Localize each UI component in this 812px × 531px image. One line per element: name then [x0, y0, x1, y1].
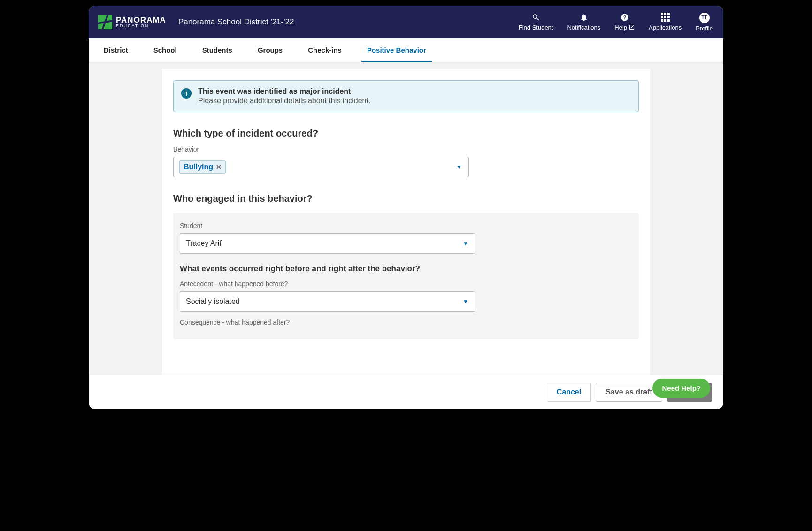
- brand-logo[interactable]: PANORAMA EDUCATION: [98, 15, 166, 29]
- tab-school[interactable]: School: [148, 38, 183, 62]
- app-window: PANORAMA EDUCATION Panorama School Distr…: [89, 6, 723, 409]
- apps-grid-icon: [660, 13, 670, 22]
- svg-text:?: ?: [623, 14, 626, 20]
- chevron-down-icon: ▼: [463, 240, 468, 247]
- tab-positive-behavior[interactable]: Positive Behavior: [361, 38, 432, 62]
- student-value: Tracey Arif: [186, 239, 222, 248]
- avatar-icon: TT: [699, 13, 710, 23]
- info-icon: i: [181, 88, 192, 99]
- incident-form-card: i This event was identified as major inc…: [162, 69, 650, 375]
- search-icon: [531, 13, 541, 22]
- find-student-button[interactable]: Find Student: [519, 13, 553, 31]
- consequence-label: Consequence - what happened after?: [180, 319, 632, 326]
- need-help-button[interactable]: Need Help?: [652, 379, 710, 398]
- tab-district[interactable]: District: [98, 38, 134, 62]
- alert-subtitle: Please provide additional details about …: [198, 97, 370, 105]
- tab-students[interactable]: Students: [197, 38, 238, 62]
- help-button[interactable]: ? Help: [614, 13, 635, 31]
- brand-name: PANORAMA: [116, 16, 166, 23]
- behavior-chip: Bullying ✕: [179, 160, 226, 174]
- who-engaged-heading: Who engaged in this behavior?: [173, 193, 639, 204]
- behavior-select[interactable]: Bullying ✕ ▼: [173, 157, 469, 177]
- form-footer: Cancel Save as draft Submit: [89, 375, 723, 409]
- notifications-button[interactable]: Notifications: [567, 13, 600, 31]
- main-tabs: District School Students Groups Check-in…: [89, 38, 723, 62]
- behavior-label: Behavior: [173, 145, 639, 153]
- chevron-down-icon: ▼: [463, 298, 468, 305]
- tab-checkins[interactable]: Check-ins: [302, 38, 347, 62]
- profile-button[interactable]: TT Profile: [696, 13, 713, 32]
- cancel-button[interactable]: Cancel: [547, 383, 591, 402]
- help-icon: ?: [620, 13, 629, 22]
- student-select[interactable]: Tracey Arif ▼: [180, 233, 475, 254]
- profile-label: Profile: [696, 25, 713, 32]
- behavior-chip-text: Bullying: [184, 163, 213, 171]
- antecedent-select[interactable]: Socially isolated ▼: [180, 291, 475, 312]
- chevron-down-icon: ▼: [456, 164, 462, 170]
- applications-button[interactable]: Applications: [649, 13, 682, 31]
- logo-text: PANORAMA EDUCATION: [116, 16, 166, 27]
- tab-groups[interactable]: Groups: [252, 38, 288, 62]
- student-block: Student Tracey Arif ▼ What events occurr…: [173, 213, 639, 339]
- major-incident-alert: i This event was identified as major inc…: [173, 80, 639, 112]
- remove-chip-icon[interactable]: ✕: [216, 163, 222, 171]
- applications-label: Applications: [649, 24, 682, 31]
- alert-title: This event was identified as major incid…: [198, 87, 370, 96]
- find-student-label: Find Student: [519, 24, 553, 31]
- page-body: i This event was identified as major inc…: [89, 62, 723, 375]
- antecedent-value: Socially isolated: [186, 297, 240, 306]
- external-link-icon: [629, 24, 635, 30]
- top-bar: PANORAMA EDUCATION Panorama School Distr…: [89, 6, 723, 38]
- help-label: Help: [614, 24, 627, 31]
- bell-icon: [579, 13, 589, 22]
- events-heading: What events occurred right before and ri…: [180, 264, 632, 273]
- top-bar-right: Find Student Notifications ? Help: [519, 13, 713, 32]
- antecedent-label: Antecedent - what happened before?: [180, 280, 632, 288]
- incident-type-heading: Which type of incident occured?: [173, 128, 639, 139]
- district-name: Panorama School District '21-'22: [178, 17, 294, 27]
- logo-mark-icon: [98, 15, 112, 29]
- student-label: Student: [180, 222, 632, 229]
- notifications-label: Notifications: [567, 24, 600, 31]
